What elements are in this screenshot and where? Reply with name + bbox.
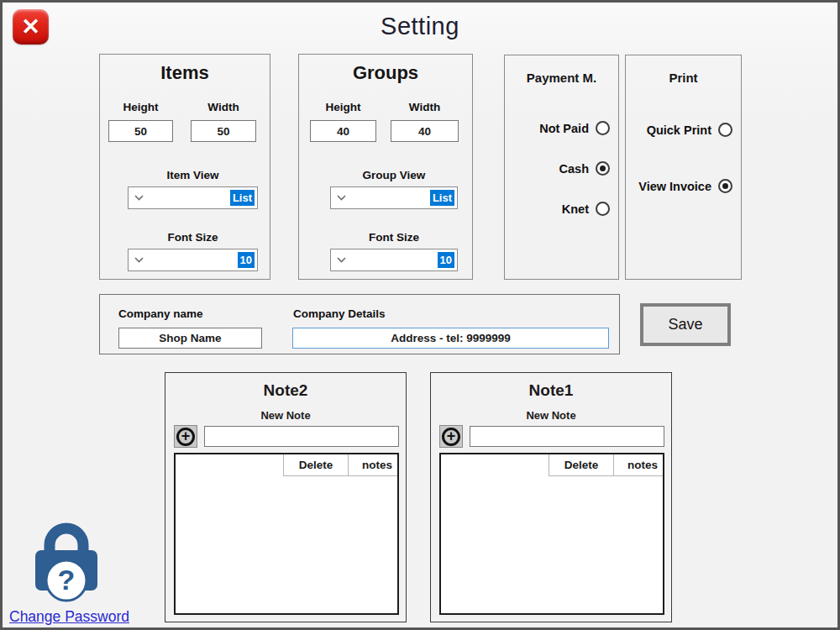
- radio-button-icon: [596, 202, 610, 216]
- note1-title: Note1: [431, 381, 671, 400]
- radio-button-icon: [718, 179, 732, 193]
- items-panel: Items Height Width Item View List Font S…: [99, 54, 270, 280]
- items-width-input[interactable]: [191, 120, 256, 142]
- note2-title: Note2: [165, 381, 406, 400]
- page-title: Setting: [3, 13, 837, 40]
- radio-button-icon: [596, 161, 610, 176]
- item-view-label: Item View: [128, 169, 258, 181]
- groups-font-size-combobox[interactable]: 10: [330, 249, 458, 271]
- groups-panel: Groups Height Width Group View List Font…: [298, 54, 473, 280]
- note1-input[interactable]: [470, 426, 664, 447]
- groups-width-input[interactable]: [391, 120, 459, 142]
- radio-option-not-paid[interactable]: Not Paid: [539, 121, 610, 135]
- radio-label: Not Paid: [539, 122, 589, 135]
- radio-button-icon: [718, 123, 732, 137]
- note2-table-header: Delete notes: [176, 454, 397, 476]
- delete-column-header[interactable]: Delete: [549, 454, 613, 476]
- item-view-combobox[interactable]: List: [128, 186, 258, 209]
- svg-text:?: ?: [58, 564, 76, 596]
- chevron-down-icon: [337, 195, 346, 201]
- items-panel-title: Items: [100, 62, 270, 84]
- group-view-label: Group View: [330, 169, 458, 181]
- items-width-label: Width: [191, 101, 256, 113]
- company-panel: Company name Company Details: [99, 294, 620, 354]
- radio-option-knet[interactable]: Knet: [562, 202, 610, 216]
- radio-label: Quick Print: [647, 123, 711, 137]
- print-panel-title: Print: [626, 71, 741, 85]
- groups-font-size-value: 10: [438, 252, 454, 269]
- group-view-value: List: [430, 190, 454, 207]
- note2-table: Delete notes: [174, 453, 399, 615]
- company-details-input[interactable]: [292, 328, 609, 349]
- items-height-input[interactable]: [108, 120, 173, 142]
- note1-panel: Note1 New Note + Delete notes: [430, 372, 672, 622]
- plus-circle-icon: +: [176, 428, 195, 446]
- radio-option-cash[interactable]: Cash: [559, 161, 610, 176]
- company-details-label: Company Details: [293, 307, 386, 320]
- note2-input[interactable]: [204, 426, 399, 447]
- groups-height-input[interactable]: [310, 120, 376, 142]
- items-font-size-value: 10: [238, 252, 255, 269]
- radio-label: Knet: [562, 202, 589, 216]
- company-name-input[interactable]: [118, 328, 262, 349]
- blank-column-header: [441, 454, 549, 476]
- change-password-link[interactable]: Change Password: [9, 608, 129, 626]
- chevron-down-icon: [134, 257, 144, 263]
- item-view-value: List: [230, 190, 255, 207]
- add-note-button[interactable]: +: [439, 425, 463, 448]
- plus-circle-icon: +: [442, 428, 460, 446]
- groups-width-label: Width: [391, 101, 459, 113]
- radio-button-icon: [596, 121, 610, 135]
- radio-option-quick-print[interactable]: Quick Print: [647, 123, 732, 137]
- notes-column-header[interactable]: notes: [613, 454, 663, 476]
- radio-label: Cash: [559, 162, 589, 176]
- groups-font-size-label: Font Size: [330, 231, 458, 244]
- save-button[interactable]: Save: [640, 303, 731, 346]
- note2-new-note-label: New Note: [165, 409, 406, 422]
- note1-table: Delete notes: [439, 453, 664, 615]
- payment-method-panel: Payment M. Not Paid Cash Knet: [504, 55, 619, 280]
- items-font-size-combobox[interactable]: 10: [128, 249, 258, 271]
- group-view-combobox[interactable]: List: [330, 186, 458, 209]
- items-height-label: Height: [108, 101, 173, 113]
- note1-new-note-label: New Note: [431, 409, 671, 422]
- print-panel: Print Quick Print View Invoice: [625, 55, 742, 280]
- settings-window: ✕ Setting Items Height Width Item View L…: [0, 0, 840, 630]
- company-name-label: Company name: [118, 307, 203, 320]
- items-font-size-label: Font Size: [128, 231, 258, 244]
- note1-table-header: Delete notes: [441, 454, 663, 476]
- chevron-down-icon: [134, 195, 144, 201]
- lock-question-icon: ?: [33, 515, 100, 603]
- radio-label: View Invoice: [638, 180, 711, 193]
- groups-height-label: Height: [310, 101, 376, 113]
- radio-option-view-invoice[interactable]: View Invoice: [638, 179, 732, 193]
- note2-panel: Note2 New Note + Delete notes: [165, 372, 407, 622]
- notes-column-header[interactable]: notes: [348, 454, 397, 476]
- groups-panel-title: Groups: [299, 62, 472, 84]
- chevron-down-icon: [337, 257, 346, 263]
- payment-panel-title: Payment M.: [505, 71, 618, 85]
- add-note-button[interactable]: +: [174, 425, 197, 448]
- blank-column-header: [176, 454, 283, 476]
- delete-column-header[interactable]: Delete: [283, 454, 348, 476]
